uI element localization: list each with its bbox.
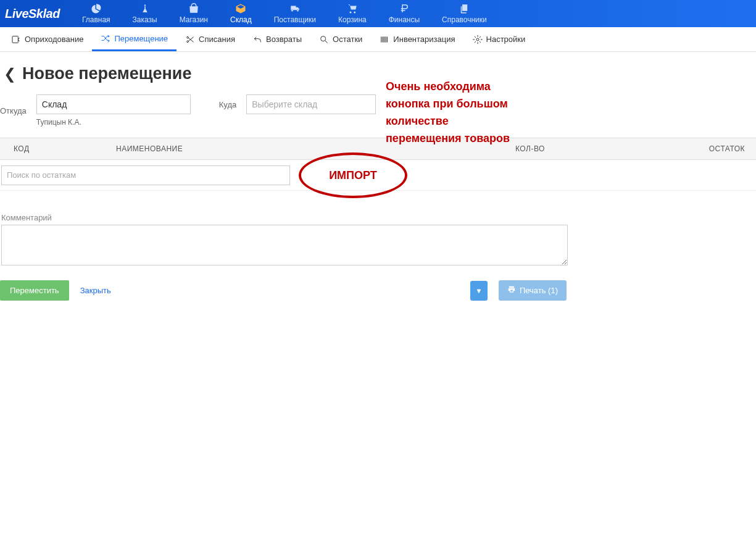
col-stock: ОСТАТОК [688, 144, 756, 153]
import-annotation-circle: ИМПОРТ [299, 152, 407, 198]
nav-refs[interactable]: Справочники [431, 1, 498, 27]
table-body: ИМПОРТ [0, 160, 756, 191]
nav-finance[interactable]: Финансы [378, 1, 431, 27]
printer-icon [507, 285, 516, 296]
bag-icon [188, 3, 200, 14]
svg-point-3 [321, 36, 326, 41]
in-icon [11, 35, 21, 44]
to-select[interactable] [246, 94, 376, 114]
svg-point-4 [476, 38, 479, 41]
search-icon [319, 35, 329, 44]
tab-bar: Оприходование Перемещение Списания Возвр… [0, 27, 756, 52]
shuffle-icon [101, 33, 110, 43]
tab-inventory[interactable]: Инвентаризация [371, 27, 463, 51]
undo-icon [252, 35, 262, 44]
nav-home-label: Главная [82, 15, 110, 24]
cart-icon [346, 3, 359, 14]
transfer-form-row: Откуда Тупицын К.А. Куда Очень необходим… [0, 94, 756, 138]
nav-home[interactable]: Главная [71, 1, 122, 27]
svg-rect-0 [12, 36, 18, 43]
tool-icon [139, 3, 151, 14]
nav-refs-label: Справочники [442, 15, 487, 24]
tab-returns-label: Возвраты [266, 35, 302, 44]
print-dropdown-button[interactable]: ▼ [470, 281, 488, 301]
comment-textarea[interactable] [1, 225, 568, 265]
tab-returns[interactable]: Возвраты [244, 27, 310, 51]
from-user-label: Тупицын К.А. [36, 118, 191, 127]
close-button[interactable]: Закрыть [80, 286, 111, 295]
to-label: Куда [219, 100, 236, 109]
nav-finance-label: Финансы [389, 15, 420, 24]
logo: LiveSklad [5, 7, 60, 21]
search-input[interactable] [1, 165, 290, 185]
tab-stock-label: Остатки [333, 35, 362, 44]
action-row: Переместить Закрыть ▼ Печать (1) [0, 280, 567, 301]
tab-writeoff-label: Списания [199, 35, 235, 44]
from-input[interactable] [36, 94, 191, 114]
nav-warehouse-label: Склад [230, 15, 252, 24]
comment-section: Комментарий [0, 213, 756, 268]
cut-icon [185, 35, 195, 44]
comment-label: Комментарий [1, 213, 755, 222]
col-qty: КОЛ-ВО [515, 144, 688, 153]
nav-suppliers[interactable]: Поставщики [263, 1, 327, 27]
tab-incoming[interactable]: Оприходование [2, 27, 92, 51]
barcode-icon [380, 35, 389, 44]
tab-stock[interactable]: Остатки [310, 27, 371, 51]
nav-shop-label: Магазин [180, 15, 208, 24]
copy-icon [458, 3, 470, 14]
truck-icon [289, 3, 301, 14]
nav-cart[interactable]: Корзина [327, 1, 378, 27]
tab-inventory-label: Инвентаризация [393, 35, 455, 44]
print-button-label: Печать (1) [520, 286, 558, 295]
tab-settings[interactable]: Настройки [464, 27, 534, 51]
page-title: Новое перемещение [22, 64, 191, 83]
back-arrow-icon[interactable]: ❮ [0, 65, 16, 83]
col-code: КОД [0, 144, 116, 153]
nav-warehouse[interactable]: Склад [219, 1, 263, 27]
top-navbar: LiveSklad Главная Заказы Магазин Склад П… [0, 0, 756, 27]
box-icon [235, 3, 247, 14]
import-annotation-label: ИМПОРТ [329, 169, 377, 182]
tab-incoming-label: Оприходование [25, 35, 83, 44]
nav-suppliers-label: Поставщики [274, 15, 316, 24]
tab-writeoff[interactable]: Списания [177, 27, 244, 51]
nav-shop[interactable]: Магазин [168, 1, 219, 27]
nav-orders[interactable]: Заказы [122, 1, 168, 27]
tab-transfer-label: Перемещение [114, 34, 168, 43]
move-button[interactable]: Переместить [0, 280, 69, 301]
page-header: ❮ Новое перемещение [0, 52, 756, 94]
annotation-text: Очень необходимаконопка при большомколич… [386, 78, 510, 148]
nav-orders-label: Заказы [133, 15, 157, 24]
tab-transfer[interactable]: Перемещение [92, 27, 177, 51]
from-label: Откуда [0, 106, 27, 115]
gear-icon [473, 35, 483, 44]
print-button[interactable]: Печать (1) [499, 280, 567, 301]
pie-icon [90, 3, 102, 14]
tab-settings-label: Настройки [486, 35, 526, 44]
nav-cart-label: Корзина [338, 15, 367, 24]
ruble-icon [398, 3, 410, 14]
